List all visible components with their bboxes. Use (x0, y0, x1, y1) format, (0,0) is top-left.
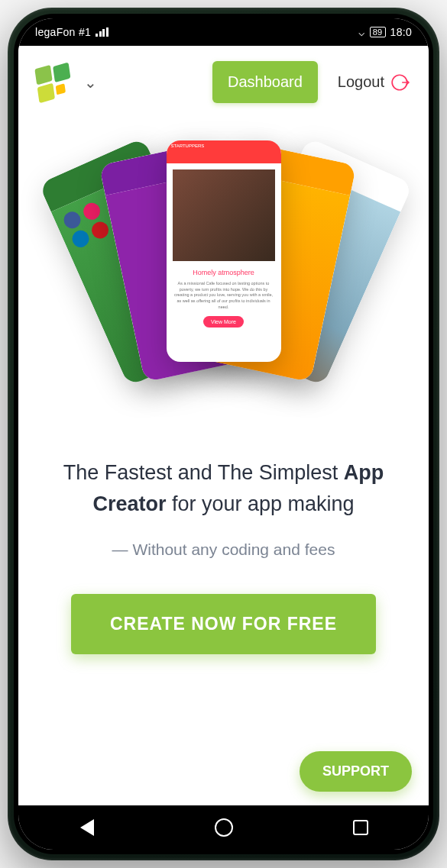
sample-card-title: Homely atmosphere (173, 269, 275, 276)
dashboard-button[interactable]: Dashboard (212, 61, 318, 103)
headline-post: for your app making (166, 492, 354, 515)
chevron-down-icon[interactable]: ⌄ (84, 73, 97, 92)
sample-photo (173, 169, 275, 261)
headline-block: The Fastest and The Simplest App Creator… (18, 419, 429, 662)
android-nav-bar (18, 805, 429, 850)
home-icon (215, 818, 233, 837)
page-headline: The Fastest and The Simplest App Creator… (46, 457, 401, 519)
phones-fan: STARTUPPERS Homely atmosphere As a missi… (79, 140, 369, 400)
battery-indicator: 89 (370, 27, 386, 37)
recents-icon (353, 820, 368, 835)
recents-button[interactable] (344, 811, 377, 844)
status-right: ⌵ 89 18:0 (358, 26, 412, 38)
create-free-button[interactable]: CREATE NOW FOR FREE (71, 594, 377, 654)
sample-card-button: View More (203, 316, 244, 328)
app-header: ⌄ Dashboard Logout (18, 46, 429, 114)
device-frame: legaFon #1 ⌵ 89 18:0 (8, 8, 439, 860)
status-left: legaFon #1 (35, 26, 109, 38)
home-button[interactable] (207, 811, 241, 844)
hero-illustration: STARTUPPERS Homely atmosphere As a missi… (18, 114, 429, 419)
screen: legaFon #1 ⌵ 89 18:0 (18, 18, 429, 850)
carrier-label: legaFon #1 (35, 26, 91, 38)
display-notch (144, 18, 304, 46)
battery-level: 89 (373, 27, 383, 37)
back-icon (80, 819, 94, 836)
device-inner: legaFon #1 ⌵ 89 18:0 (14, 14, 433, 854)
brand-logo[interactable] (34, 63, 73, 102)
page-content: ⌄ Dashboard Logout (18, 46, 429, 805)
sample-brand-bar: STARTUPPERS (167, 140, 281, 163)
support-button[interactable]: SUPPORT (300, 751, 412, 792)
sample-card-body: As a missional Cafe focused on lasting o… (173, 281, 275, 310)
bluetooth-icon: ⌵ (358, 26, 364, 38)
sample-app-featured: STARTUPPERS Homely atmosphere As a missi… (167, 140, 281, 362)
headline-pre: The Fastest and The Simplest (63, 461, 344, 484)
clock: 18:0 (390, 26, 412, 38)
page-subhead: — Without any coding and fees (46, 540, 401, 559)
logout-button[interactable]: Logout (338, 73, 410, 92)
back-button[interactable] (70, 811, 104, 844)
signal-icon (96, 27, 109, 37)
logout-icon (390, 73, 410, 92)
logout-label: Logout (338, 73, 384, 91)
